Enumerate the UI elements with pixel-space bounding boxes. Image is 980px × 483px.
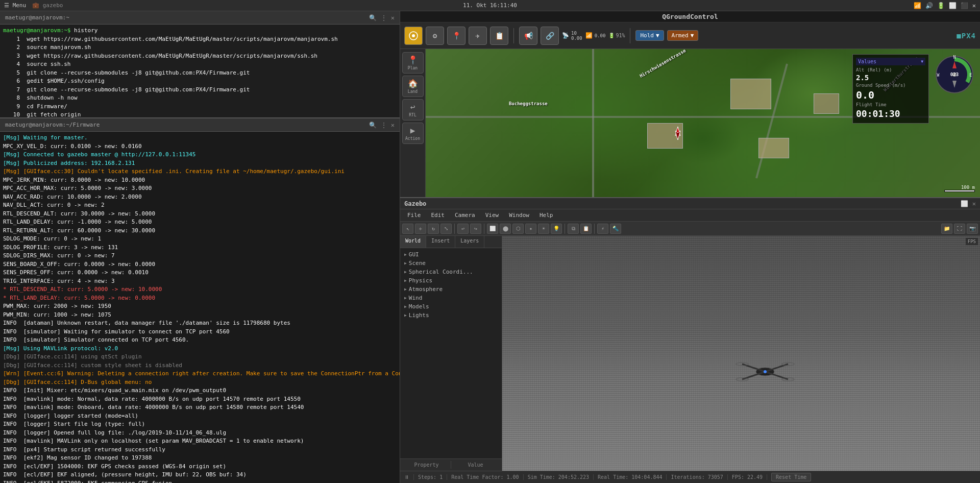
maximize-icon[interactable]: ⬛ bbox=[961, 2, 968, 9]
qgc-title: QGroundControl bbox=[662, 13, 718, 20]
qgc-fly-btn[interactable] bbox=[404, 27, 423, 45]
svg-point-1 bbox=[412, 34, 415, 37]
term-top-title: maetugr@manjarovm:~ bbox=[5, 14, 69, 21]
qgc-action-nav-btn[interactable]: ▶ Action bbox=[402, 123, 424, 144]
gazebo-titlebar: Gazebo ⬜ ✕ bbox=[400, 198, 980, 209]
gz-fullscreen-btn[interactable]: ⛶ bbox=[954, 224, 965, 234]
tree-item-physics[interactable]: ▶ Physics bbox=[402, 276, 500, 285]
action-icon: ▶ bbox=[410, 126, 415, 135]
menu-icon-b[interactable]: ⋮ bbox=[381, 122, 387, 129]
map-view[interactable]: Hirschwiesenstrasse Bucheggstrasse Winte… bbox=[426, 49, 980, 197]
menu-view[interactable]: View bbox=[480, 211, 504, 220]
gz-zoom-in-btn[interactable]: 📁 bbox=[941, 224, 952, 234]
tree-item-models[interactable]: ▶ Models bbox=[402, 302, 500, 311]
plan-icon: 📍 bbox=[408, 55, 418, 65]
rtl-label: RTL bbox=[409, 113, 416, 117]
minimize-icon[interactable]: ⬜ bbox=[949, 2, 957, 9]
menu-camera[interactable]: Camera bbox=[450, 211, 480, 220]
menu-icon[interactable]: ⋮ bbox=[381, 14, 387, 21]
tree-item-wind[interactable]: ▶ Wind bbox=[402, 294, 500, 302]
gz-cylinder-btn[interactable]: ⬡ bbox=[512, 224, 524, 234]
qgc-land-nav-btn[interactable]: 🏠 Land bbox=[402, 76, 424, 97]
qgc-link-btn[interactable]: 🔗 bbox=[541, 27, 559, 45]
qgc-audio-btn[interactable]: 📢 bbox=[519, 27, 537, 45]
terminal-top-content[interactable]: maetugr@manjarovm:~$ history 1 wget http… bbox=[0, 25, 400, 117]
close-term-icon[interactable]: ✕ bbox=[391, 14, 395, 21]
gz-point-light-btn[interactable]: ✦ bbox=[525, 224, 536, 234]
gz-redo-btn[interactable]: ↪ bbox=[470, 224, 481, 234]
qgc-plan-nav-btn[interactable]: 📍 Plan bbox=[402, 52, 424, 74]
menu-window[interactable]: Window bbox=[504, 211, 534, 220]
tree-arrow-scene: ▶ bbox=[404, 261, 407, 265]
tree-item-scene[interactable]: ▶ Scene bbox=[402, 259, 500, 268]
applications-menu[interactable]: ☰ Menu bbox=[4, 2, 26, 9]
tree-arrow-wind: ▶ bbox=[404, 296, 407, 300]
flight-mode-dropdown[interactable]: Hold ▼ bbox=[635, 30, 664, 41]
gz-select-btn[interactable]: ↖ bbox=[402, 224, 413, 234]
gz-rotate-btn[interactable]: ↻ bbox=[428, 224, 439, 234]
gazebo-tree-footer: Property Value bbox=[400, 458, 502, 471]
gz-reset-time-btn[interactable]: Reset Time bbox=[771, 473, 811, 481]
tree-arrow-spherical: ▶ bbox=[404, 270, 407, 274]
qgc-settings-btn[interactable]: ⚙ bbox=[426, 27, 444, 45]
search-icon[interactable]: 🔍 bbox=[369, 14, 377, 21]
gz-sim-time-label: Sim Time: 204:52.223 bbox=[528, 474, 594, 480]
gazebo-resize-icon[interactable]: ⬜ bbox=[961, 200, 968, 207]
gazebo-tree-tabs: World Insert Layers bbox=[400, 236, 502, 248]
gz-tab-layers[interactable]: Layers bbox=[455, 236, 484, 248]
gz-box-btn[interactable]: ⬜ bbox=[487, 224, 498, 234]
menu-file[interactable]: File bbox=[402, 211, 426, 220]
scale-bar-graphic bbox=[944, 190, 975, 192]
gz-align-btn[interactable]: ⚡ bbox=[597, 224, 608, 234]
tree-label-physics: Physics bbox=[409, 277, 432, 284]
tree-label-gui: GUI bbox=[409, 251, 419, 258]
ground-speed-value: 0.0 bbox=[856, 89, 874, 101]
close-term-b-icon[interactable]: ✕ bbox=[391, 122, 395, 129]
app-title: 💼 gazebo bbox=[32, 2, 63, 9]
flight-time-value: 00:01:30 bbox=[856, 108, 900, 119]
sound-icon: 🔊 bbox=[925, 2, 933, 9]
qgc-map-btn[interactable]: 📍 bbox=[447, 27, 465, 45]
gazebo-3d-viewport[interactable]: FPS bbox=[502, 236, 980, 471]
gz-undo-btn[interactable]: ↩ bbox=[457, 224, 469, 234]
qgc-rtl-nav-btn[interactable]: ↩ RTL bbox=[402, 99, 424, 120]
terminal-panel: maetugr@manjarovm:~ 🔍 ⋮ ✕ maetugr@manjar… bbox=[0, 11, 400, 483]
gz-snap-btn[interactable]: 🔦 bbox=[610, 224, 621, 234]
tree-item-lights[interactable]: ▶ Lights bbox=[402, 311, 500, 320]
gz-toolbar-right: 📁 ⛶ 📷 bbox=[941, 224, 978, 234]
tree-item-atmosphere[interactable]: ▶ Atmosphere bbox=[402, 285, 500, 294]
menu-edit[interactable]: Edit bbox=[426, 211, 450, 220]
gz-translate-btn[interactable]: ✛ bbox=[415, 224, 426, 234]
gazebo-toolbar: ↖ ✛ ↻ ⤡ ↩ ↪ ⬜ ⬤ ⬡ ✦ ☀ 💡 ⧉ 📋 ⚡ 🔦 bbox=[400, 222, 980, 236]
gz-sphere-btn[interactable]: ⬤ bbox=[500, 224, 511, 234]
plan-label: Plan bbox=[408, 66, 418, 70]
tree-item-gui[interactable]: ▶ GUI bbox=[402, 250, 500, 259]
footer-value: Value bbox=[451, 461, 500, 469]
qgc-plan-btn[interactable]: ✈ bbox=[469, 27, 487, 45]
gz-tab-insert[interactable]: Insert bbox=[426, 236, 455, 248]
gz-dir-light-btn[interactable]: ☀ bbox=[538, 224, 549, 234]
toolbar-sep-1 bbox=[513, 28, 514, 43]
qgc-panel: QGroundControl ⚙ 📍 ✈ 📋 📢 🔗 bbox=[400, 11, 980, 198]
gz-scale-btn[interactable]: ⤡ bbox=[440, 224, 452, 234]
search-icon-b[interactable]: 🔍 bbox=[369, 122, 377, 129]
svg-text:N: N bbox=[953, 55, 956, 60]
menu-help[interactable]: Help bbox=[534, 211, 558, 220]
gz-pause-btn[interactable]: ⏸ bbox=[404, 474, 414, 480]
terminal-bottom-content[interactable]: [Msg] Waiting for master. MPC_XY_VEL_D: … bbox=[0, 132, 400, 483]
tree-item-spherical[interactable]: ▶ Spherical Coordi... bbox=[402, 268, 500, 276]
arm-dropdown[interactable]: Armed ▼ bbox=[667, 30, 699, 41]
alt-rel-label: Alt (Rel) (m) bbox=[856, 67, 892, 73]
qgc-log-btn[interactable]: 📋 bbox=[490, 27, 508, 45]
gz-tab-world[interactable]: World bbox=[400, 236, 426, 248]
gz-spot-light-btn[interactable]: 💡 bbox=[551, 224, 562, 234]
close-icon[interactable]: ✕ bbox=[972, 2, 976, 9]
gz-paste-btn[interactable]: 📋 bbox=[580, 224, 592, 234]
gazebo-close-icon[interactable]: ✕ bbox=[972, 200, 976, 207]
gz-copy-btn[interactable]: ⧉ bbox=[568, 224, 579, 234]
toolbar-sep-2 bbox=[630, 28, 630, 43]
telemetry-group: 📶 0.00 bbox=[585, 32, 606, 39]
gz-screenshot-btn[interactable]: 📷 bbox=[967, 224, 978, 234]
tree-label-lights: Lights bbox=[409, 312, 429, 319]
battery-group: 🔋 91% bbox=[608, 33, 625, 38]
